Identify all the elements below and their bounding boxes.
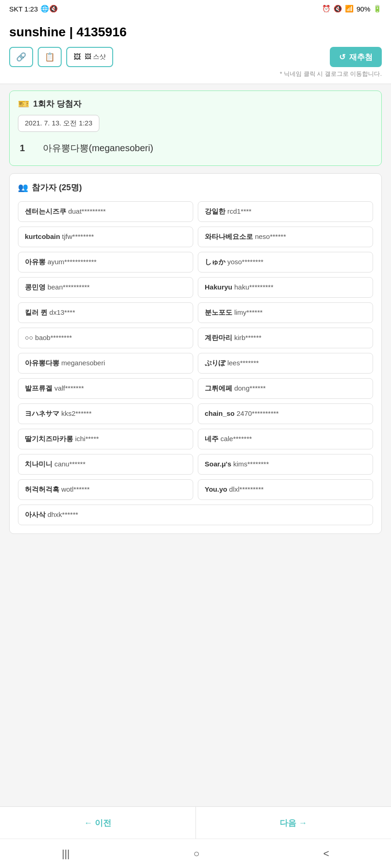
next-button[interactable]: 다음 → bbox=[196, 807, 391, 839]
participants-icon: 👥 bbox=[18, 182, 28, 193]
alarm-icon: ⏰ bbox=[322, 5, 331, 13]
participant-id: rcd1**** bbox=[227, 207, 252, 215]
mute-icon: 🔇 bbox=[334, 5, 342, 13]
page-title: sunshine | 4135916 bbox=[9, 25, 382, 40]
list-item[interactable]: 허걱허걱흑 wotl****** bbox=[18, 479, 193, 500]
participant-id: lees******* bbox=[227, 359, 259, 367]
participant-id: duat********* bbox=[68, 207, 106, 215]
list-item[interactable]: 치나미니 canu****** bbox=[18, 454, 193, 475]
participant-id: kirb****** bbox=[234, 334, 261, 341]
participant-name: ヨハネサマ bbox=[25, 409, 59, 417]
list-item[interactable]: 킬러 퀸 dx13**** bbox=[18, 302, 193, 323]
menu-icon[interactable]: ||| bbox=[62, 848, 69, 860]
back-icon[interactable]: < bbox=[323, 848, 329, 860]
participant-name: 센터는시즈쿠 bbox=[25, 207, 66, 215]
home-icon[interactable]: ○ bbox=[193, 848, 199, 860]
participant-name: 치나미니 bbox=[25, 460, 52, 468]
participant-name: 아유뽕 bbox=[25, 258, 46, 266]
screenshot-label: 🖼 스샷 bbox=[85, 53, 106, 61]
participant-name: 계란마리 bbox=[205, 334, 232, 341]
participant-name: 딸기치즈마카롱 bbox=[25, 435, 73, 443]
list-item[interactable]: ヨハネサマ kks2****** bbox=[18, 403, 193, 424]
system-bar: ||| ○ < bbox=[0, 839, 391, 868]
list-item[interactable]: You.yo dlxl********* bbox=[198, 479, 373, 500]
copy-button[interactable]: 📋 bbox=[38, 47, 62, 67]
screenshot-button[interactable]: 🖼 🖼 스샷 bbox=[66, 47, 113, 67]
participants-title: 👥 참가자 (25명) bbox=[18, 182, 373, 193]
list-item[interactable]: ○○ baob******** bbox=[18, 328, 193, 348]
list-item[interactable]: 콩민영 bean********** bbox=[18, 277, 193, 298]
status-right: ⏰ 🔇 📶 90% 🔋 bbox=[322, 5, 382, 13]
battery-icon: 🔋 bbox=[373, 5, 382, 13]
participant-name: kurtcobain bbox=[25, 233, 60, 240]
participant-name: 아유뽕다뽕 bbox=[25, 359, 59, 367]
list-item[interactable]: 계란마리 kirb****** bbox=[198, 328, 373, 348]
list-item[interactable]: 분노포도 limy****** bbox=[198, 302, 373, 323]
list-item[interactable]: 와타나베요소로 neso****** bbox=[198, 227, 373, 247]
list-item[interactable]: Soar.μ's kims******** bbox=[198, 454, 373, 475]
header-notice: * 닉네임 클릭 시 갤로그로 이동합니다. bbox=[9, 70, 382, 78]
list-item[interactable]: Hakuryu haku********* bbox=[198, 277, 373, 298]
prev-button[interactable]: ← 이전 bbox=[0, 807, 196, 839]
status-bar: SKT 1:23 🌐🔇 ⏰ 🔇 📶 90% 🔋 bbox=[0, 0, 391, 17]
participant-id: tjfw******** bbox=[62, 233, 94, 240]
list-item[interactable]: 아유뽕다뽕 meganesoberi bbox=[18, 353, 193, 374]
main-content: 🎫 1회차 당첨자 2021. 7. 13. 오전 1:23 1 아유뽕다뽕(m… bbox=[0, 84, 391, 806]
list-item[interactable]: 아유뽕 ayum************ bbox=[18, 252, 193, 272]
participant-name: chain_so bbox=[205, 409, 235, 417]
participant-name: 아사삭 bbox=[25, 511, 46, 518]
participant-id: wotl****** bbox=[61, 485, 90, 493]
winner-row: 1 아유뽕다뽕(meganesoberi) bbox=[18, 138, 373, 158]
list-item[interactable]: 센터는시즈쿠 duat********* bbox=[18, 201, 193, 222]
participant-id: cale******* bbox=[220, 435, 252, 443]
battery-text: 90% bbox=[356, 5, 370, 13]
participants-grid: 센터는시즈쿠 duat*********강일한 rcd1****kurtcoba… bbox=[18, 201, 373, 525]
participant-id: 2470********** bbox=[236, 409, 279, 417]
participant-name: Hakuryu bbox=[205, 283, 232, 291]
list-item[interactable]: chain_so 2470********** bbox=[198, 403, 373, 424]
participants-section: 👥 참가자 (25명) 센터는시즈쿠 duat*********강일한 rcd1… bbox=[9, 173, 382, 534]
status-left: SKT 1:23 🌐🔇 bbox=[9, 5, 58, 13]
participant-name: ぷりぽ bbox=[205, 359, 225, 367]
participant-id: bean********** bbox=[47, 283, 90, 291]
signal-icons: 🌐🔇 bbox=[40, 5, 58, 13]
participant-id: dong****** bbox=[234, 384, 265, 392]
image-icon: 🖼 bbox=[74, 53, 81, 61]
participant-name: 콩민영 bbox=[25, 283, 46, 291]
list-item[interactable]: しゅか yoso******** bbox=[198, 252, 373, 272]
refresh-icon: ↺ bbox=[339, 52, 345, 62]
winner-title-text: 1회차 당첨자 bbox=[33, 98, 81, 109]
list-item[interactable]: kurtcobain tjfw******** bbox=[18, 227, 193, 247]
participant-id: limy****** bbox=[234, 308, 263, 316]
participant-name: 허걱허걱흑 bbox=[25, 485, 59, 493]
refresh-label: 재추첨 bbox=[349, 52, 373, 62]
list-item[interactable]: 그뤼에페 dong****** bbox=[198, 378, 373, 399]
participant-name: 발프류겔 bbox=[25, 384, 52, 392]
participant-id: ayum************ bbox=[47, 258, 97, 266]
participant-name: 강일한 bbox=[205, 207, 225, 215]
participant-id: meganesoberi bbox=[61, 359, 105, 367]
participant-id: kks2****** bbox=[61, 409, 92, 417]
list-item[interactable]: 발프류겔 valf******* bbox=[18, 378, 193, 399]
refresh-button[interactable]: ↺ 재추첨 bbox=[330, 47, 382, 67]
winner-date: 2021. 7. 13. 오전 1:23 bbox=[18, 115, 99, 132]
participant-name: 네주 bbox=[205, 435, 218, 443]
list-item[interactable]: 네주 cale******* bbox=[198, 429, 373, 449]
copy-icon: 📋 bbox=[45, 52, 55, 62]
participant-id: canu****** bbox=[54, 460, 86, 468]
list-item[interactable]: 딸기치즈마카롱 ichi***** bbox=[18, 429, 193, 449]
participant-id: baob******** bbox=[35, 334, 72, 341]
list-item[interactable]: 아사삭 dhxk****** bbox=[18, 505, 373, 525]
participant-name: Soar.μ's bbox=[205, 460, 231, 468]
participant-name: ○○ bbox=[25, 334, 33, 341]
participant-name: 분노포도 bbox=[205, 308, 232, 316]
list-item[interactable]: ぷりぽ lees******* bbox=[198, 353, 373, 374]
link-button[interactable]: 🔗 bbox=[9, 47, 33, 67]
wifi-signal-icon: 📶 bbox=[345, 5, 354, 13]
winner-name[interactable]: 아유뽕다뽕(meganesoberi) bbox=[43, 142, 153, 154]
ticket-icon: 🎫 bbox=[18, 98, 29, 109]
participant-id: valf******* bbox=[54, 384, 84, 392]
participant-name: 그뤼에페 bbox=[205, 384, 232, 392]
list-item[interactable]: 강일한 rcd1**** bbox=[198, 201, 373, 222]
participant-id: dx13**** bbox=[49, 308, 75, 316]
